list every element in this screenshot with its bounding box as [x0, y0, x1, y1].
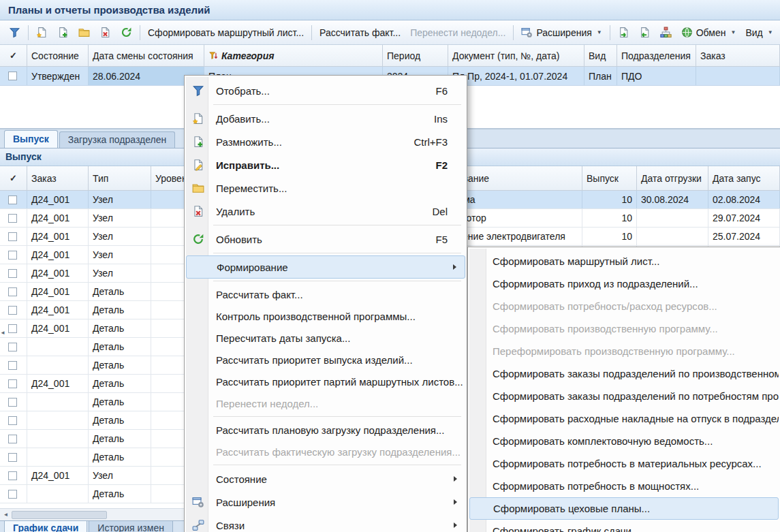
cell-ship-date: 30.08.2024 [637, 191, 708, 208]
row-checkbox[interactable] [8, 269, 17, 278]
menu-item-label: Пересчитать даты запуска... [216, 332, 350, 344]
column-header-order[interactable]: Заказ [696, 45, 780, 66]
cell-order [27, 393, 89, 411]
cell-ship-date [637, 209, 708, 227]
column-header-qty[interactable]: Выпуск [582, 166, 637, 190]
menu-item-label: Расширения [216, 497, 275, 508]
generate-route-sheet-label: Сформировать маршрутный лист... [148, 27, 304, 38]
menu-item[interactable]: Отобрать...F6 [186, 79, 465, 102]
cell-order: Д24_001 [27, 264, 89, 282]
submenu-item[interactable]: Сформировать потребность в материальных … [469, 452, 779, 475]
cell-type: Деталь [89, 283, 151, 300]
menu-item[interactable]: Рассчитать приоритет выпуска изделий... [186, 349, 465, 371]
column-header-launch-date[interactable]: Дата запус [708, 166, 780, 190]
move-button[interactable] [74, 24, 95, 41]
menu-item[interactable]: Состояние [186, 467, 465, 490]
menu-item[interactable]: Добавить...Ins [186, 107, 465, 130]
scroll-left-icon[interactable]: ◄ [0, 509, 12, 520]
scrollbar-thumb[interactable] [12, 511, 107, 519]
row-checkbox[interactable] [8, 214, 17, 223]
calculate-fact-button[interactable]: Рассчитать факт... [315, 25, 405, 41]
cell-launch-date: 29.07.2024 [708, 209, 780, 227]
filter-icon [192, 84, 204, 97]
row-checkbox[interactable] [8, 195, 17, 204]
row-checkbox[interactable] [8, 453, 17, 462]
menu-item[interactable]: Рассчитать приоритет партий маршрутных л… [186, 371, 465, 392]
row-checkbox[interactable] [8, 287, 17, 296]
submenu-item[interactable]: Сформировать маршрутный лист... [469, 250, 779, 272]
tab-schedule[interactable]: График сдачи [4, 521, 87, 532]
check-mark: ✓ [10, 173, 17, 183]
menu-item[interactable]: Переместить... [186, 176, 465, 200]
org-chart-button[interactable] [655, 24, 676, 41]
submenu-item[interactable]: Сформировать расходные накладные на отпу… [469, 407, 779, 430]
add-button[interactable] [31, 24, 52, 41]
menu-item[interactable]: Исправить...F2 [186, 153, 465, 176]
menu-item[interactable]: Формирование [186, 255, 465, 279]
org-chart-icon [660, 27, 672, 38]
submenu-item[interactable]: Сформировать график сдачи... [469, 520, 779, 532]
menu-item[interactable]: Рассчитать плановую загрузку подразделен… [186, 419, 465, 441]
row-checkbox[interactable] [8, 361, 17, 370]
column-header-document[interactable]: Документ (тип, №, дата) [448, 45, 584, 66]
cell-type: Деталь [89, 319, 151, 337]
tab-history[interactable]: История измен [89, 521, 173, 532]
menu-item[interactable]: Расширения [186, 490, 465, 514]
menu-separator [213, 104, 461, 105]
menu-item-label: Перенести недодел... [216, 398, 318, 409]
row-checkbox[interactable] [8, 398, 17, 407]
tab-load-departments[interactable]: Загрузка подразделен [59, 131, 175, 148]
row-checkbox[interactable] [8, 416, 17, 425]
formirovanie-submenu: Сформировать маршрутный лист...Сформиров… [467, 247, 780, 532]
export-button[interactable] [613, 24, 634, 41]
menu-item[interactable]: УдалитьDel [186, 200, 465, 223]
check-column-header[interactable]: ✓ [0, 45, 27, 66]
column-header-type[interactable]: Тип [89, 166, 151, 190]
submenu-item[interactable]: Сформировать потребность в мощностях... [469, 475, 779, 497]
column-header-state[interactable]: Состояние [27, 45, 89, 66]
refresh-button[interactable] [116, 24, 137, 41]
submenu-item-label: Сформировать производственную программу.… [493, 323, 718, 334]
row-checkbox[interactable] [8, 343, 17, 351]
splitter-collapse-icon[interactable]: ◄ [0, 330, 5, 336]
column-header-departments[interactable]: Подразделения [617, 45, 696, 66]
column-header-state-date[interactable]: Дата смены состояния [89, 45, 204, 66]
row-checkbox[interactable] [8, 251, 17, 260]
row-checkbox[interactable] [8, 306, 17, 315]
menu-item[interactable]: Связи [186, 514, 465, 532]
row-checkbox[interactable] [8, 72, 17, 80]
row-checkbox[interactable] [8, 232, 17, 241]
check-column-header[interactable]: ✓ [0, 166, 27, 190]
column-header-ship-date[interactable]: Дата отгрузки [637, 166, 708, 190]
delete-button[interactable] [95, 24, 116, 41]
row-checkbox[interactable] [8, 471, 17, 480]
row-checkbox[interactable] [8, 490, 17, 499]
submenu-item[interactable]: Сформировать заказы подразделений по пот… [469, 385, 779, 407]
menu-item[interactable]: Контроль производственной программы... [186, 305, 465, 327]
row-checkbox[interactable] [8, 324, 17, 333]
submenu-item-label: Сформировать потребность в материальных … [493, 458, 762, 469]
tab-vypusk[interactable]: Выпуск [4, 130, 58, 148]
generate-route-sheet-button[interactable]: Сформировать маршрутный лист... [143, 25, 309, 41]
import-button[interactable] [634, 24, 655, 41]
copy-button[interactable] [52, 24, 74, 41]
row-check-cell [0, 301, 27, 319]
column-header-category[interactable]: Категория [204, 45, 383, 66]
column-header-period[interactable]: Период [383, 45, 448, 66]
menu-item[interactable]: Рассчитать факт... [186, 283, 465, 305]
column-header-kind[interactable]: Вид [584, 45, 617, 66]
submenu-item[interactable]: Сформировать цеховые планы... [469, 497, 779, 520]
submenu-item[interactable]: Сформировать приход из подразделений... [469, 272, 779, 295]
view-button[interactable]: Вид▼ [740, 25, 777, 41]
filter-button[interactable] [4, 24, 25, 41]
menu-item[interactable]: ОбновитьF5 [186, 228, 465, 251]
menu-item[interactable]: Пересчитать даты запуска... [186, 327, 465, 349]
row-checkbox[interactable] [8, 435, 17, 443]
menu-item[interactable]: Размножить...Ctrl+F3 [186, 130, 465, 153]
column-header-order[interactable]: Заказ [27, 166, 89, 190]
extensions-button[interactable]: Расширения▼ [516, 24, 606, 41]
row-checkbox[interactable] [8, 379, 17, 388]
submenu-item[interactable]: Сформировать комплектовочную ведомость..… [469, 430, 779, 452]
exchange-button[interactable]: Обмен▼ [676, 24, 741, 41]
submenu-item[interactable]: Сформировать заказы подразделений по про… [469, 362, 779, 385]
